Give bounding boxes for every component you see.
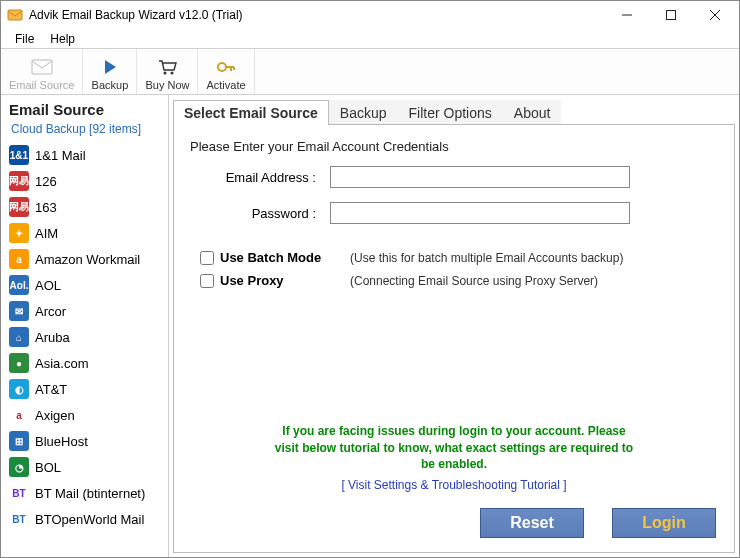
provider-icon: ◔ (9, 457, 29, 477)
window-controls (605, 1, 737, 29)
provider-item[interactable]: ◐AT&T (1, 376, 168, 402)
row-proxy: Use Proxy (Connecting Email Source using… (190, 273, 718, 288)
toolbar-backup-label: Backup (92, 79, 129, 91)
provider-item[interactable]: 网易163 (1, 194, 168, 220)
provider-item[interactable]: ⌂Aruba (1, 324, 168, 350)
provider-icon: ◐ (9, 379, 29, 399)
login-button[interactable]: Login (612, 508, 716, 538)
provider-item[interactable]: ⊞BlueHost (1, 428, 168, 454)
menu-help[interactable]: Help (42, 30, 83, 48)
provider-icon: 1&1 (9, 145, 29, 165)
provider-item[interactable]: ●Asia.com (1, 350, 168, 376)
menu-file[interactable]: File (7, 30, 42, 48)
provider-icon: Aol. (9, 275, 29, 295)
provider-label: Amazon Workmail (35, 252, 140, 267)
provider-icon: a (9, 249, 29, 269)
toolbar-buynow-label: Buy Now (145, 79, 189, 91)
panel-title: Please Enter your Email Account Credenti… (190, 139, 718, 154)
provider-icon: BT (9, 483, 29, 503)
hint-proxy: (Connecting Email Source using Proxy Ser… (350, 274, 598, 288)
toolbar-backup[interactable]: Backup (83, 49, 137, 94)
key-icon (215, 56, 237, 78)
provider-label: BOL (35, 460, 61, 475)
sidebar-heading: Email Source (1, 95, 168, 120)
reset-button[interactable]: Reset (480, 508, 584, 538)
main-split: Email Source Cloud Backup [92 items] 1&1… (1, 95, 739, 557)
label-batch-mode: Use Batch Mode (220, 250, 350, 265)
provider-item[interactable]: 1&11&1 Mail (1, 142, 168, 168)
provider-icon: BT (9, 509, 29, 529)
provider-item[interactable]: BTBTOpenWorld Mail (1, 506, 168, 532)
toolbar-activate-label: Activate (206, 79, 245, 91)
tab-backup[interactable]: Backup (329, 100, 398, 125)
provider-label: BT Mail (btinternet) (35, 486, 145, 501)
provider-item[interactable]: ✦AIM (1, 220, 168, 246)
password-field[interactable] (330, 202, 630, 224)
svg-rect-0 (8, 10, 22, 20)
provider-item[interactable]: Aol.AOL (1, 272, 168, 298)
tab-about[interactable]: About (503, 100, 562, 125)
svg-point-7 (171, 72, 174, 75)
row-password: Password : (190, 202, 718, 224)
provider-label: 163 (35, 200, 57, 215)
toolbar-email-source-label: Email Source (9, 79, 74, 91)
email-icon (31, 56, 53, 78)
svg-rect-2 (667, 11, 676, 20)
provider-label: Aruba (35, 330, 70, 345)
provider-icon: ● (9, 353, 29, 373)
provider-item[interactable]: ◔BOL (1, 454, 168, 480)
panel-select-email-source: Please Enter your Email Account Credenti… (173, 124, 735, 553)
provider-list[interactable]: 1&11&1 Mail网易126网易163✦AIMaAmazon Workmai… (1, 142, 168, 557)
svg-point-8 (218, 63, 226, 71)
label-proxy: Use Proxy (220, 273, 350, 288)
provider-icon: ✉ (9, 301, 29, 321)
provider-item[interactable]: aAmazon Workmail (1, 246, 168, 272)
label-password: Password : (190, 206, 330, 221)
provider-icon: 网易 (9, 197, 29, 217)
troubleshoot-text: If you are facing issues during login to… (274, 423, 634, 472)
provider-label: AOL (35, 278, 61, 293)
toolbar: Email Source Backup Buy Now Activate (1, 49, 739, 95)
cart-icon (156, 56, 178, 78)
provider-label: 126 (35, 174, 57, 189)
row-batch-mode: Use Batch Mode (Use this for batch multi… (190, 250, 718, 265)
batch-mode-checkbox[interactable] (200, 251, 214, 265)
provider-label: Axigen (35, 408, 75, 423)
provider-label: 1&1 Mail (35, 148, 86, 163)
email-field[interactable] (330, 166, 630, 188)
provider-icon: ⌂ (9, 327, 29, 347)
close-button[interactable] (693, 1, 737, 29)
title-bar: Advik Email Backup Wizard v12.0 (Trial) (1, 1, 739, 29)
svg-point-6 (164, 72, 167, 75)
provider-label: BlueHost (35, 434, 88, 449)
provider-icon: a (9, 405, 29, 425)
content-area: Select Email Source Backup Filter Option… (169, 95, 739, 557)
provider-label: Asia.com (35, 356, 88, 371)
provider-label: Arcor (35, 304, 66, 319)
minimize-button[interactable] (605, 1, 649, 29)
provider-icon: ⊞ (9, 431, 29, 451)
label-email: Email Address : (190, 170, 330, 185)
tab-strip: Select Email Source Backup Filter Option… (169, 95, 739, 124)
toolbar-activate[interactable]: Activate (198, 49, 254, 94)
maximize-button[interactable] (649, 1, 693, 29)
provider-item[interactable]: 网易126 (1, 168, 168, 194)
troubleshoot-link[interactable]: [ Visit Settings & Troubleshooting Tutor… (341, 478, 566, 492)
tab-select-email-source[interactable]: Select Email Source (173, 100, 329, 125)
provider-label: AT&T (35, 382, 67, 397)
proxy-checkbox[interactable] (200, 274, 214, 288)
provider-icon: 网易 (9, 171, 29, 191)
provider-item[interactable]: ✉Arcor (1, 298, 168, 324)
provider-label: BTOpenWorld Mail (35, 512, 144, 527)
provider-item[interactable]: BTBT Mail (btinternet) (1, 480, 168, 506)
hint-batch-mode: (Use this for batch multiple Email Accou… (350, 251, 623, 265)
sidebar: Email Source Cloud Backup [92 items] 1&1… (1, 95, 169, 557)
toolbar-email-source[interactable]: Email Source (1, 49, 83, 94)
tab-filter-options[interactable]: Filter Options (398, 100, 503, 125)
svg-rect-5 (32, 60, 52, 74)
toolbar-buy-now[interactable]: Buy Now (137, 49, 198, 94)
provider-label: AIM (35, 226, 58, 241)
sidebar-subheading[interactable]: Cloud Backup [92 items] (1, 120, 168, 142)
provider-item[interactable]: aAxigen (1, 402, 168, 428)
play-icon (101, 56, 119, 78)
